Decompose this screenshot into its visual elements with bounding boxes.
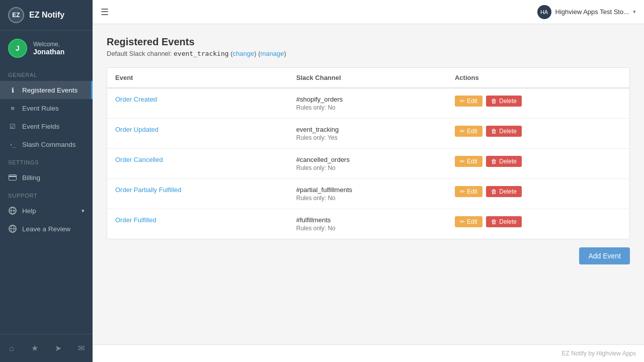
- cell-event-name: Order Cancelled: [107, 149, 288, 179]
- section-label-settings: SETTINGS: [0, 153, 93, 168]
- content-area: Registered Events Default Slack channel:…: [93, 24, 644, 344]
- svg-rect-0: [9, 175, 17, 180]
- sidebar-item-help[interactable]: Help ▾: [0, 202, 93, 220]
- info-icon: ℹ: [8, 85, 17, 95]
- cell-actions: ✏ Edit 🗑 Delete: [447, 179, 629, 209]
- col-slack-channel: Slack Channel: [288, 68, 447, 88]
- cell-slack-channel: #cancelled_orders Rules only: No: [288, 149, 447, 179]
- table-row: Order Partially Fulfilled #partial_fulfi…: [107, 179, 629, 209]
- page-title: Registered Events: [107, 36, 630, 48]
- main-wrapper: ☰ HA Highview Apps Test Sto... ▾ Registe…: [93, 0, 644, 362]
- topbar: ☰ HA Highview Apps Test Sto... ▾: [93, 0, 644, 24]
- pencil-icon: ✏: [460, 98, 465, 105]
- slash-icon: ›_: [8, 140, 17, 149]
- cell-event-name: Order Updated: [107, 119, 288, 149]
- events-table-container: Event Slack Channel Actions Order Create…: [107, 67, 630, 239]
- footer-text: EZ Notify by Highview Apps: [93, 344, 644, 362]
- trash-icon: 🗑: [491, 158, 497, 165]
- app-name: EZ Notify: [29, 11, 64, 20]
- pencil-icon: ✏: [460, 188, 465, 195]
- delete-button[interactable]: 🗑 Delete: [486, 126, 522, 137]
- cell-event-name: Order Fulfilled: [107, 209, 288, 239]
- sidebar-item-billing[interactable]: Billing: [0, 168, 93, 187]
- globe-icon-2: [8, 224, 17, 233]
- sidebar-item-event-fields[interactable]: ☑ Event Fields: [0, 117, 93, 135]
- manage-link[interactable]: manage: [260, 50, 284, 57]
- sidebar-item-registered-events[interactable]: ℹ Registered Events: [0, 81, 93, 99]
- sidebar-user: J Welcome, Jonathan: [0, 31, 93, 66]
- app-logo-icon: EZ: [8, 7, 24, 23]
- change-link[interactable]: change: [233, 50, 255, 57]
- trash-icon: 🗑: [491, 98, 497, 105]
- sidebar-item-label: Event Rules: [22, 105, 59, 112]
- topbar-store-selector[interactable]: HA Highview Apps Test Sto... ▾: [537, 5, 636, 19]
- edit-button[interactable]: ✏ Edit: [455, 186, 482, 197]
- cell-actions: ✏ Edit 🗑 Delete: [447, 209, 629, 239]
- pencil-icon: ✏: [460, 128, 465, 135]
- section-label-support: SUPPORT: [0, 187, 93, 202]
- card-icon: [8, 173, 17, 182]
- sidebar-header: EZ EZ Notify: [0, 0, 93, 31]
- menu-icon[interactable]: ☰: [101, 7, 109, 18]
- pencil-icon: ✏: [460, 218, 465, 225]
- sidebar-item-label: Slash Commands: [22, 141, 76, 148]
- username-label: Jonathan: [33, 48, 64, 56]
- cell-slack-channel: #fulfillments Rules only: No: [288, 209, 447, 239]
- table-row: Order Created #shopify_orders Rules only…: [107, 88, 629, 119]
- list-icon: ≡: [8, 104, 17, 113]
- edit-button[interactable]: ✏ Edit: [455, 126, 482, 137]
- table-row: Order Cancelled #cancelled_orders Rules …: [107, 149, 629, 179]
- cell-event-name: Order Partially Fulfilled: [107, 179, 288, 209]
- col-event: Event: [107, 68, 288, 88]
- edit-button[interactable]: ✏ Edit: [455, 216, 482, 227]
- svg-rect-1: [9, 176, 17, 177]
- cell-slack-channel: #partial_fulfillments Rules only: No: [288, 179, 447, 209]
- sidebar-item-label: Registered Events: [22, 86, 77, 94]
- delete-button[interactable]: 🗑 Delete: [486, 96, 522, 107]
- chevron-down-icon: ▾: [82, 208, 85, 214]
- sidebar-item-label: Event Fields: [22, 123, 59, 130]
- bottom-icon-star[interactable]: ★: [23, 339, 46, 357]
- store-avatar: HA: [537, 5, 551, 19]
- section-label-general: GENERAL: [0, 66, 93, 81]
- delete-button[interactable]: 🗑 Delete: [486, 186, 522, 197]
- avatar: J: [8, 39, 27, 58]
- table-row: Order Fulfilled #fulfillments Rules only…: [107, 209, 629, 239]
- trash-icon: 🗑: [491, 188, 497, 195]
- sidebar-bottom-icons: ⌂ ★ ➤ ✉: [0, 334, 93, 362]
- check-icon: ☑: [8, 122, 17, 131]
- trash-icon: 🗑: [491, 128, 497, 135]
- sidebar-item-event-rules[interactable]: ≡ Event Rules: [0, 99, 93, 117]
- sidebar-item-label: Billing: [22, 174, 40, 182]
- bottom-icon-home[interactable]: ⌂: [0, 339, 23, 357]
- cell-actions: ✏ Edit 🗑 Delete: [447, 88, 629, 119]
- sidebar-item-slash-commands[interactable]: ›_ Slash Commands: [0, 135, 93, 153]
- pencil-icon: ✏: [460, 158, 465, 165]
- chevron-down-icon: ▾: [633, 9, 636, 15]
- sidebar-item-leave-review[interactable]: Leave a Review: [0, 220, 93, 238]
- add-event-button[interactable]: Add Event: [579, 247, 630, 264]
- bottom-icon-send[interactable]: ➤: [46, 339, 69, 357]
- sidebar: EZ EZ Notify J Welcome, Jonathan GENERAL…: [0, 0, 93, 362]
- delete-button[interactable]: 🗑 Delete: [486, 156, 522, 167]
- delete-button[interactable]: 🗑 Delete: [486, 216, 522, 227]
- store-name: Highview Apps Test Sto...: [555, 8, 629, 16]
- cell-actions: ✏ Edit 🗑 Delete: [447, 149, 629, 179]
- cell-slack-channel: event_tracking Rules only: Yes: [288, 119, 447, 149]
- globe-icon: [8, 206, 17, 215]
- trash-icon: 🗑: [491, 218, 497, 225]
- default-channel: event_tracking: [174, 50, 229, 57]
- edit-button[interactable]: ✏ Edit: [455, 96, 482, 107]
- events-table: Event Slack Channel Actions Order Create…: [107, 68, 629, 239]
- table-row: Order Updated event_tracking Rules only:…: [107, 119, 629, 149]
- cell-event-name: Order Created: [107, 88, 288, 119]
- sidebar-item-label: Help: [22, 207, 36, 215]
- cell-slack-channel: #shopify_orders Rules only: No: [288, 88, 447, 119]
- cell-actions: ✏ Edit 🗑 Delete: [447, 119, 629, 149]
- table-header-row: Event Slack Channel Actions: [107, 68, 629, 88]
- edit-button[interactable]: ✏ Edit: [455, 156, 482, 167]
- col-actions: Actions: [447, 68, 629, 88]
- bottom-icon-mail[interactable]: ✉: [69, 339, 93, 357]
- welcome-label: Welcome,: [33, 41, 64, 48]
- page-subtitle: Default Slack channel: event_tracking (c…: [107, 50, 630, 57]
